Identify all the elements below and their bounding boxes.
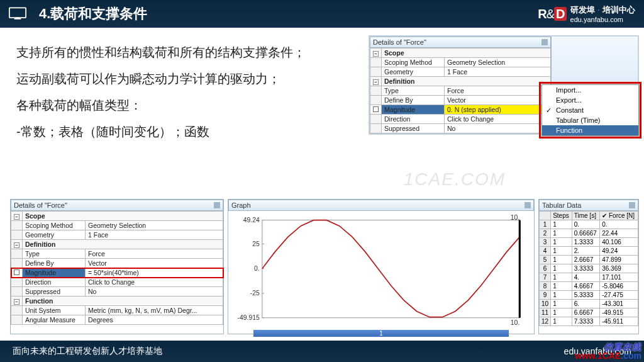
table-cell: 1 bbox=[551, 300, 572, 308]
table-column-header[interactable]: Time [s] bbox=[572, 212, 600, 220]
graph-canvas[interactable]: -49.915-250.2549.2410.10. bbox=[231, 213, 531, 327]
prop-value[interactable]: Geometry Selection bbox=[445, 58, 551, 67]
group-header[interactable]: Definition bbox=[382, 77, 551, 86]
table-row[interactable]: 1116.6667-49.915 bbox=[540, 308, 638, 317]
table-cell: 5 bbox=[540, 256, 551, 264]
menu-item-import[interactable]: Import... bbox=[542, 85, 638, 95]
table-cell: -43.301 bbox=[600, 300, 638, 308]
table-cell: 12 bbox=[540, 317, 551, 326]
prop-value-magnitude[interactable]: = 50*sin(40*time) bbox=[86, 268, 223, 278]
prop-key: Type bbox=[382, 86, 445, 96]
prop-value[interactable]: Geometry Selection bbox=[86, 221, 223, 230]
table-row[interactable]: 915.3333-27.475 bbox=[540, 291, 638, 300]
watermark-tld: .com bbox=[621, 351, 641, 361]
table-column-header[interactable]: ✔ Force [N] bbox=[600, 212, 638, 220]
panel-pin-icon[interactable] bbox=[525, 202, 531, 208]
monitor-icon bbox=[9, 7, 26, 21]
prop-value[interactable]: Force bbox=[86, 249, 223, 259]
svg-text:-25: -25 bbox=[250, 289, 260, 297]
table-cell: 1 bbox=[551, 238, 572, 247]
prop-value-magnitude[interactable]: 0. N (step applied) bbox=[445, 105, 551, 115]
prop-value[interactable]: Metric (mm, kg, N, s, mV, mA) Degr... bbox=[86, 306, 223, 315]
table-cell: 2 bbox=[540, 229, 551, 238]
prop-value[interactable]: No bbox=[445, 124, 551, 133]
panel-pin-icon[interactable] bbox=[214, 202, 220, 208]
tabular-data-table[interactable]: StepsTime [s]✔ Force [N] 110.0.210.66667… bbox=[539, 211, 638, 326]
prop-key: Type bbox=[23, 249, 86, 259]
table-cell: 10 bbox=[540, 300, 551, 308]
panel-title-bar[interactable]: Tabular Data bbox=[539, 200, 638, 211]
prop-value[interactable]: 1 Face bbox=[86, 230, 223, 240]
table-cell: 1 bbox=[551, 291, 572, 300]
table-cell: 4 bbox=[540, 247, 551, 256]
table-cell: 1 bbox=[551, 220, 572, 229]
panel-title-bar[interactable]: Details of "Force" bbox=[370, 37, 551, 48]
table-row[interactable]: 512.666747.899 bbox=[540, 256, 638, 264]
prop-key: Suppressed bbox=[382, 124, 445, 133]
brand-sub: 培训中心 bbox=[602, 6, 635, 14]
prop-value[interactable]: Click to Change bbox=[445, 115, 551, 124]
table-cell: 3.3333 bbox=[572, 264, 600, 273]
corner-watermark: 仿真在线 www.1CAE.com bbox=[575, 342, 641, 361]
table-row[interactable]: 311.333340.106 bbox=[540, 238, 638, 247]
table-row[interactable]: 210.6666722.44 bbox=[540, 229, 638, 238]
table-cell: 1 bbox=[551, 317, 572, 326]
table-row[interactable]: 714.17.101 bbox=[540, 273, 638, 282]
table-row[interactable]: 613.333336.369 bbox=[540, 264, 638, 273]
group-header[interactable]: Scope bbox=[23, 212, 223, 221]
table-cell: 8 bbox=[540, 282, 551, 291]
menu-item-function[interactable]: Function bbox=[542, 125, 638, 135]
table-row[interactable]: 1217.3333-45.911 bbox=[540, 317, 638, 326]
menu-item-export[interactable]: Export... bbox=[542, 95, 638, 105]
panel-pin-icon[interactable] bbox=[541, 39, 548, 45]
prop-value[interactable]: Vector bbox=[86, 259, 223, 268]
svg-rect-0 bbox=[9, 8, 26, 18]
slide-header: 4.载荷和支撑条件 R&D 研发埠 · 培训中心 edu.yanfabu.com bbox=[0, 0, 644, 28]
watermark-center: 1CAE.COM bbox=[404, 169, 506, 189]
group-header[interactable]: Definition bbox=[23, 240, 223, 249]
group-header[interactable]: Scope bbox=[382, 48, 551, 58]
prop-key: Suppressed bbox=[23, 287, 86, 297]
watermark-domain: www.1CAE bbox=[575, 351, 621, 361]
table-cell: 49.24 bbox=[600, 247, 638, 256]
table-cell: 3 bbox=[540, 238, 551, 247]
menu-item-constant[interactable]: Constant bbox=[542, 105, 638, 115]
rd-logo: R&D bbox=[538, 7, 566, 21]
table-cell: 17.101 bbox=[600, 273, 638, 282]
prop-value[interactable]: Vector bbox=[445, 96, 551, 105]
intro-line: 各种载荷的幅值类型： bbox=[16, 93, 343, 117]
panel-title-bar[interactable]: Graph bbox=[228, 200, 534, 211]
table-cell: 1 bbox=[551, 273, 572, 282]
table-row[interactable]: 110.0. bbox=[540, 220, 638, 229]
upper-properties-table: −Scope Scoping MethodGeometry Selection … bbox=[370, 48, 551, 133]
table-cell: 6 bbox=[540, 264, 551, 273]
prop-value[interactable]: Click to Change bbox=[86, 278, 223, 287]
prop-value[interactable]: Degrees bbox=[86, 315, 223, 325]
prop-value[interactable]: Force bbox=[445, 86, 551, 96]
table-cell: 40.106 bbox=[600, 238, 638, 247]
prop-key: Direction bbox=[23, 278, 86, 287]
svg-text:-49.915: -49.915 bbox=[237, 314, 259, 321]
table-column-header[interactable] bbox=[540, 212, 551, 220]
table-cell: 5.3333 bbox=[572, 291, 600, 300]
svg-text:0.: 0. bbox=[254, 264, 260, 272]
brand-name-cn: 研发埠 bbox=[570, 6, 595, 14]
table-row[interactable]: 412.49.24 bbox=[540, 247, 638, 256]
group-header[interactable]: Function bbox=[23, 297, 223, 306]
panel-pin-icon[interactable] bbox=[629, 202, 635, 208]
table-cell: 0.66667 bbox=[572, 229, 600, 238]
svg-rect-2 bbox=[16, 17, 19, 19]
panel-title-text: Tabular Data bbox=[542, 201, 581, 209]
table-cell: 36.369 bbox=[600, 264, 638, 273]
graph-time-slider[interactable]: 1 bbox=[253, 330, 509, 337]
menu-item-tabular[interactable]: Tabular (Time) bbox=[542, 115, 638, 125]
table-cell: 6.6667 bbox=[572, 308, 600, 317]
table-column-header[interactable]: Steps bbox=[551, 212, 572, 220]
panel-title-bar[interactable]: Details of "Force" bbox=[11, 200, 223, 211]
prop-value[interactable]: 1 Face bbox=[445, 67, 551, 77]
table-cell: 4.6667 bbox=[572, 282, 600, 291]
table-row[interactable]: 1016.-43.301 bbox=[540, 300, 638, 308]
table-row[interactable]: 814.6667-5.8046 bbox=[540, 282, 638, 291]
table-cell: 0. bbox=[600, 220, 638, 229]
prop-value[interactable]: No bbox=[86, 287, 223, 297]
